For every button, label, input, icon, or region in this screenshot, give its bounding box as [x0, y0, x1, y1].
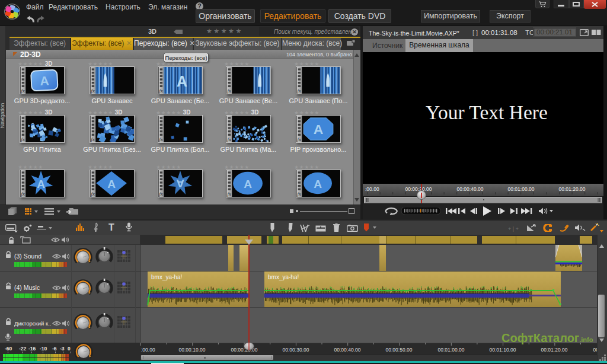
- svg-text:fx: fx: [21, 191, 25, 197]
- svg-text:fx: fx: [159, 88, 163, 94]
- svg-text:A: A: [314, 122, 324, 137]
- svg-text:fx: fx: [91, 191, 95, 197]
- svg-text:A: A: [176, 177, 184, 190]
- svg-text:fx: fx: [159, 191, 163, 197]
- svg-text:A: A: [177, 73, 187, 90]
- svg-text:A: A: [37, 178, 45, 190]
- svg-text:fx: fx: [91, 136, 95, 142]
- svg-text:fx: fx: [228, 136, 231, 142]
- svg-text:fx: fx: [21, 136, 25, 142]
- svg-text:fx: fx: [228, 88, 231, 94]
- svg-text:A: A: [244, 178, 252, 190]
- svg-text:fx: fx: [159, 136, 163, 142]
- svg-text:fx: fx: [298, 191, 301, 197]
- svg-text:fx: fx: [228, 191, 231, 197]
- svg-text:A: A: [40, 74, 49, 88]
- svg-text:A: A: [107, 178, 116, 190]
- svg-text:fx: fx: [91, 88, 95, 94]
- svg-text:fx: fx: [21, 88, 25, 94]
- svg-text:A: A: [314, 178, 322, 190]
- svg-text:fx: fx: [298, 88, 301, 94]
- svg-text:fx: fx: [298, 136, 301, 142]
